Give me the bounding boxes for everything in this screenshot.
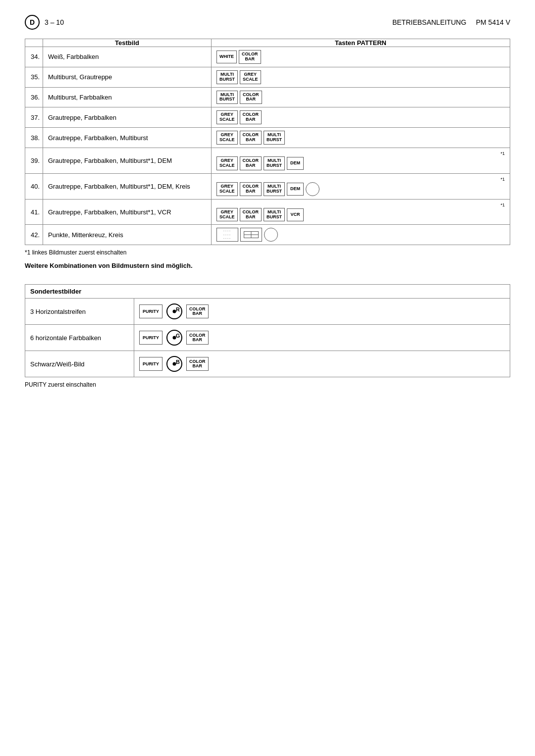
table-row: 35.Multiburst, GrautreppeMULTIBURSTGREYS… bbox=[25, 67, 510, 87]
table-row: 34.Weiß, FarbbalkenWHITECOLORBAR bbox=[25, 47, 510, 67]
pattern-button[interactable]: DEM bbox=[287, 183, 304, 196]
row-number: 42. bbox=[25, 225, 43, 245]
pattern-button[interactable]: DEM bbox=[287, 157, 304, 170]
circle-letter-button: G bbox=[166, 330, 182, 346]
row-buttons: *1GREYSCALECOLORBARMULTIBURSTDEM bbox=[212, 173, 510, 199]
row-buttons: MULTIBURSTGREYSCALE bbox=[212, 67, 510, 87]
row-description: Grautreppe, Farbbalken, Multiburst*1, DE… bbox=[43, 148, 212, 173]
table-row: 38.Grautreppe, Farbbalken, MultiburstGRE… bbox=[25, 128, 510, 148]
crosshair-button[interactable] bbox=[240, 228, 262, 242]
purity-footer: PURITY zuerst einschalten bbox=[25, 381, 510, 388]
sonder-desc: 3 Horizontalstreifen bbox=[25, 299, 134, 325]
page-header: D 3 – 10 BETRIEBSANLEITUNG PM 5414 V bbox=[25, 15, 510, 30]
row-description: Grautreppe, Farbbalken bbox=[43, 107, 212, 128]
purity-button[interactable]: PURITY bbox=[139, 331, 162, 345]
row-number: 35. bbox=[25, 67, 43, 87]
row-buttons: ············ bbox=[212, 225, 510, 245]
pattern-button[interactable]: GREYSCALE bbox=[216, 182, 238, 196]
table-row: 36.Multiburst, FarbbalkenMULTIBURSTCOLOR… bbox=[25, 87, 510, 107]
pattern-button[interactable]: COLORBAR bbox=[240, 131, 262, 145]
row-number: 36. bbox=[25, 87, 43, 107]
sonder-desc: Schwarz/Weiß-Bild bbox=[25, 351, 134, 377]
table-row: 42.Punkte, Mittenkreuz, Kreis···········… bbox=[25, 225, 510, 245]
sonder-row: 3 HorizontalstreifenPURITYRCOLORBAR bbox=[25, 299, 510, 325]
sonder-desc: 6 horizontale Farbbalken bbox=[25, 325, 134, 351]
row-description: Grautreppe, Farbbalken, Multiburst bbox=[43, 128, 212, 148]
pattern-button[interactable]: MULTIBURST bbox=[216, 70, 238, 84]
pattern-button[interactable]: COLORBAR bbox=[240, 91, 262, 104]
main-table: Testbild Tasten PATTERN 34.Weiß, Farbbal… bbox=[25, 39, 510, 245]
circle-letter: G bbox=[176, 333, 180, 339]
pattern-button[interactable]: GREYSCALE bbox=[216, 208, 238, 222]
pattern-button[interactable]: COLORBAR bbox=[239, 50, 261, 64]
pattern-button[interactable]: COLORBAR bbox=[240, 156, 262, 170]
table-header-row: Testbild Tasten PATTERN bbox=[25, 39, 510, 47]
row-number: 38. bbox=[25, 128, 43, 148]
pattern-header: Tasten PATTERN bbox=[212, 39, 510, 47]
num-col-header bbox=[25, 39, 43, 47]
row-number: 40. bbox=[25, 173, 43, 199]
pattern-button[interactable]: MULTIBURST bbox=[264, 131, 285, 145]
sonder-buttons: PURITYBCOLORBAR bbox=[134, 351, 510, 377]
table-row: 41.Grautreppe, Farbbalken, Multiburst*1,… bbox=[25, 199, 510, 225]
pattern-button[interactable]: COLORBAR bbox=[240, 182, 262, 196]
pattern-button[interactable]: MULTIBURST bbox=[264, 208, 285, 222]
color-bar-button[interactable]: COLORBAR bbox=[186, 331, 209, 345]
color-bar-button[interactable]: COLORBAR bbox=[186, 357, 209, 371]
pattern-button[interactable]: GREYSCALE bbox=[240, 70, 261, 84]
row-buttons: *1GREYSCALECOLORBARMULTIBURSTVCR bbox=[212, 199, 510, 225]
pattern-button[interactable]: MULTIBURST bbox=[216, 91, 238, 104]
row-buttons: MULTIBURSTCOLORBAR bbox=[212, 87, 510, 107]
section-circle: D bbox=[25, 15, 40, 30]
circle-button[interactable] bbox=[306, 182, 320, 196]
circle-letter-button: R bbox=[166, 303, 182, 319]
purity-button[interactable]: PURITY bbox=[139, 357, 162, 371]
circle-letter: R bbox=[176, 306, 180, 312]
pattern-button[interactable]: WHITE bbox=[216, 50, 237, 63]
table-row: 37.Grautreppe, FarbbalkenGREYSCALECOLORB… bbox=[25, 107, 510, 128]
circle-button[interactable] bbox=[264, 228, 278, 242]
pattern-button[interactable]: VCR bbox=[287, 208, 304, 221]
bold-note: Weitere Kombinationen von Bildmustern si… bbox=[25, 262, 510, 269]
row-description: Multiburst, Grautreppe bbox=[43, 67, 212, 87]
testbild-header: Testbild bbox=[43, 39, 212, 47]
sonder-header: Sondertestbilder bbox=[25, 285, 510, 299]
pattern-button[interactable]: GREYSCALE bbox=[216, 131, 238, 145]
color-bar-button[interactable]: COLORBAR bbox=[186, 304, 209, 318]
table-row: 39.Grautreppe, Farbbalken, Multiburst*1,… bbox=[25, 148, 510, 173]
circle-letter: B bbox=[176, 359, 180, 365]
table-row: 40.Grautreppe, Farbbalken, Multiburst*1,… bbox=[25, 173, 510, 199]
row-buttons: GREYSCALECOLORBAR bbox=[212, 107, 510, 128]
row-number: 41. bbox=[25, 199, 43, 225]
row-number: 39. bbox=[25, 148, 43, 173]
sonder-header-row: Sondertestbilder bbox=[25, 285, 510, 299]
sonder-row: 6 horizontale FarbbalkenPURITYGCOLORBAR bbox=[25, 325, 510, 351]
pattern-button[interactable]: GREYSCALE bbox=[216, 110, 238, 124]
circle-letter-button: B bbox=[166, 356, 182, 372]
row-buttons: *1GREYSCALECOLORBARMULTIBURSTDEM bbox=[212, 148, 510, 173]
header-right: BETRIEBSANLEITUNG PM 5414 V bbox=[392, 18, 510, 26]
row-description: Multiburst, Farbbalken bbox=[43, 87, 212, 107]
row-buttons: WHITECOLORBAR bbox=[212, 47, 510, 67]
header-left: D 3 – 10 bbox=[25, 15, 64, 30]
pattern-button[interactable]: GREYSCALE bbox=[216, 156, 238, 170]
doc-title: BETRIEBSANLEITUNG bbox=[392, 18, 466, 26]
model-number: PM 5414 V bbox=[476, 18, 510, 26]
row-description: Weiß, Farbbalken bbox=[43, 47, 212, 67]
pattern-button[interactable]: MULTIBURST bbox=[264, 156, 285, 170]
pattern-button[interactable]: COLORBAR bbox=[240, 110, 262, 124]
row-description: Grautreppe, Farbbalken, Multiburst*1, DE… bbox=[43, 173, 212, 199]
pattern-button[interactable]: MULTIBURST bbox=[264, 182, 285, 196]
sonder-buttons: PURITYGCOLORBAR bbox=[134, 325, 510, 351]
pattern-button[interactable]: COLORBAR bbox=[240, 208, 262, 222]
dots-button[interactable]: ············ bbox=[216, 228, 238, 242]
row-buttons: GREYSCALECOLORBARMULTIBURST bbox=[212, 128, 510, 148]
page-number: 3 – 10 bbox=[45, 18, 64, 26]
row-description: Punkte, Mittenkreuz, Kreis bbox=[43, 225, 212, 245]
sonder-buttons: PURITYRCOLORBAR bbox=[134, 299, 510, 325]
row-number: 37. bbox=[25, 107, 43, 128]
row-number: 34. bbox=[25, 47, 43, 67]
purity-button[interactable]: PURITY bbox=[139, 304, 162, 318]
sonder-table: Sondertestbilder 3 HorizontalstreifenPUR… bbox=[25, 284, 510, 377]
row-description: Grautreppe, Farbbalken, Multiburst*1, VC… bbox=[43, 199, 212, 225]
